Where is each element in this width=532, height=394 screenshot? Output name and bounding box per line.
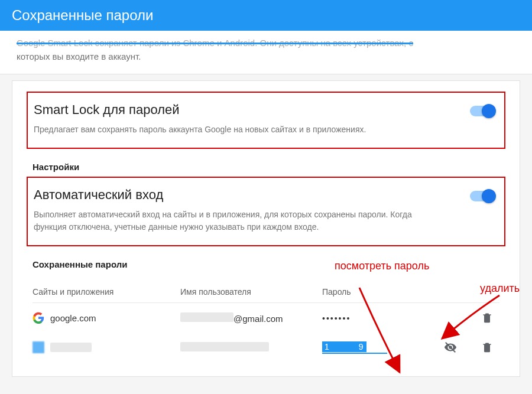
column-user: Имя пользователя [180,287,322,297]
autologin-desc: Выполняет автоматический вход на сайты и… [34,209,412,233]
google-icon [33,312,44,324]
autologin-title: Автоматический вход [34,187,498,203]
toggle-knob [482,189,496,203]
smartlock-section: Smart Lock для паролей Предлагает вам со… [27,92,505,149]
blurred-username [180,342,269,351]
intro-line2: которых вы входите в аккаунт. [17,51,141,61]
password-reveal: 1 9 [322,341,366,352]
autologin-toggle[interactable] [470,191,494,201]
blurred-site [50,343,92,352]
table-row: google.com @gmail.com ••••••• [33,303,499,333]
settings-heading: Настройки [27,149,505,177]
trash-icon [481,312,493,324]
page-header: Сохраненные пароли [0,0,532,31]
toggle-knob [482,104,496,118]
intro-line1-struck: Google Smart Lock сохраняет пароли из Ch… [17,38,413,48]
saved-passwords-heading: Сохраненные пароли [27,246,505,274]
site-cell[interactable] [33,341,180,353]
password-mask: ••••••• [322,314,351,323]
user-cell: @gmail.com [180,312,322,324]
delete-button[interactable] [481,311,494,324]
passwords-table: Сайты и приложения Имя пользователя Паро… [27,274,505,362]
site-cell[interactable]: google.com [33,312,180,324]
blurred-username [180,312,233,322]
settings-card: Smart Lock для паролей Предлагает вам со… [12,80,520,377]
smartlock-desc: Предлагает вам сохранять пароль аккаунта… [34,123,412,136]
column-site: Сайты и приложения [33,287,180,297]
column-pass: Пароль [322,287,399,297]
autologin-section: Автоматический вход Выполняет автоматиче… [27,177,505,246]
site-icon-blurred [33,341,44,353]
show-password-button[interactable] [444,341,457,354]
pass-cell: ••••••• [322,313,399,323]
table-header: Сайты и приложения Имя пользователя Паро… [33,279,499,303]
user-cell [180,342,322,353]
eye-off-icon [444,341,457,354]
page-title: Сохраненные пароли [12,7,153,24]
user-suffix: @gmail.com [233,314,283,324]
intro-text: Google Smart Lock сохраняет пароли из Ch… [0,31,532,74]
trash-icon [481,341,493,353]
table-row: 1 9 [33,333,499,362]
smartlock-title: Smart Lock для паролей [34,102,498,118]
smartlock-toggle[interactable] [470,106,494,116]
delete-button[interactable] [481,341,494,354]
site-name: google.com [50,313,96,323]
pass-cell: 1 9 [322,341,387,354]
